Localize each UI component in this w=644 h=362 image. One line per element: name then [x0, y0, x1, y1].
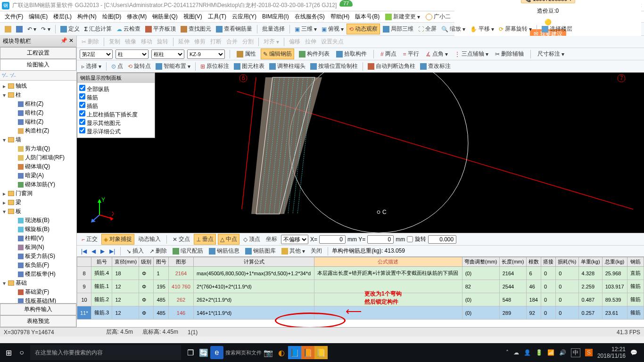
app-icon-browser[interactable]: e — [210, 346, 223, 359]
3d-viewport[interactable]: 钢筋显示控制面板 全部纵筋 箍筋 插筋 上层柱插筋下插长度 显示其他图元 显示详… — [77, 73, 644, 233]
menu-modify[interactable]: 修改(M) — [125, 12, 149, 22]
windows-taskbar[interactable]: ⊞ ○ 在这里输入你要搜索的内容 ❐ 🔄 e 搜索网页和文件 📷 ◐ 📘 📙 📒… — [0, 343, 644, 362]
tray-volume-icon[interactable]: 🔊 — [559, 349, 566, 356]
osnap-button[interactable]: ◈对象捕捉 — [101, 234, 134, 245]
edit-rebar-button[interactable]: ✎ 编辑钢筋 — [261, 49, 294, 59]
tray-date[interactable]: 2018/11/16 — [597, 353, 626, 359]
copy-button[interactable]: 复制 — [107, 37, 122, 47]
screen-rotate-button[interactable]: ⟳屏幕旋转 ▾ — [497, 24, 534, 34]
break-button[interactable]: 打断 — [208, 37, 223, 47]
undo-icon[interactable]: ↶ ▾ — [25, 25, 38, 33]
select-floor-button[interactable]: 选择楼层 — [540, 24, 574, 34]
coord-button[interactable]: 坐标 — [264, 234, 279, 244]
subtype-select[interactable]: 框柱 — [151, 49, 184, 59]
menu-version[interactable]: 版本号(B) — [353, 12, 381, 22]
origin-label-button[interactable]: ⊞原位标注 — [198, 61, 231, 71]
first-icon[interactable]: |◀ — [80, 248, 88, 255]
cb-insert[interactable] — [79, 102, 85, 108]
top-button[interactable]: ◇ 顶点 — [241, 234, 262, 244]
attr-button[interactable]: 属性 — [235, 49, 258, 59]
component-tree[interactable]: ▸轴线 ▾柱 框柱(Z) 暗柱(Z) 端柱(Z) 构造柱(Z) ▾墙 剪力墙(Q… — [0, 81, 76, 303]
menu-bim[interactable]: BIM应用(I) — [260, 12, 291, 22]
app-icon-2[interactable]: 📷 — [262, 346, 275, 359]
menu-rebar[interactable]: 钢筋量(Q) — [150, 12, 179, 22]
top-view-button[interactable]: ▣俯视 ▾ — [320, 24, 346, 34]
app-icon-4[interactable]: 📘 — [288, 346, 301, 359]
tree-collapse-icon[interactable]: ⁻⁄₋ — [9, 72, 16, 79]
last-icon[interactable]: ▶| — [108, 248, 116, 255]
point-button[interactable]: ⊙点 — [109, 61, 125, 71]
split-button[interactable]: 分割 — [240, 37, 256, 47]
tab-draw-input[interactable]: 绘图输入 — [0, 59, 76, 71]
new-change-button[interactable]: 新建变更 ▾ — [383, 12, 422, 22]
extend-button[interactable]: 延伸 — [176, 37, 191, 47]
flat-button[interactable]: 平齐板顶 — [143, 24, 178, 34]
point-angle-button[interactable]: ∡点角 ▾ — [424, 49, 450, 59]
cloud-check-button[interactable]: ☁云检查 — [115, 24, 142, 34]
tray-battery-icon[interactable]: 🔋 — [536, 349, 543, 356]
app-icon-6[interactable]: 📒 — [314, 346, 328, 359]
menu-view[interactable]: 视图(V) — [182, 12, 204, 22]
taskbar-search[interactable]: 在这里输入你要搜索的内容 — [30, 345, 181, 360]
merge-button[interactable]: 合并 — [224, 37, 239, 47]
rotate-checkbox[interactable] — [407, 236, 413, 242]
cb-detail[interactable] — [79, 127, 85, 133]
table-row[interactable]: 11*箍筋.312Φ485146146+1*(11.9*d)(0)2899200… — [77, 306, 644, 320]
mid-button[interactable]: △ 中点 — [218, 234, 239, 245]
parallel-button[interactable]: =平行 — [401, 49, 421, 59]
twopoint-button[interactable]: #两点 — [379, 49, 398, 59]
dim-button[interactable]: 尺寸标注 ▾ — [536, 49, 566, 59]
tab-eng-settings[interactable]: 工程设置 — [0, 47, 76, 59]
rebar-display-panel[interactable]: 钢筋显示控制面板 全部纵筋 箍筋 插筋 上层柱插筋下插长度 显示其他图元 显示详… — [77, 73, 155, 138]
graph-table-button[interactable]: 图元柱表 — [232, 61, 266, 71]
tray-notif-icon[interactable]: 💬 — [630, 349, 637, 356]
menu-online[interactable]: 在线服务(S) — [293, 12, 327, 22]
auto-judge-button[interactable]: 自动判断边角柱 — [366, 61, 417, 71]
scale-button[interactable]: 缩尺配筋 — [171, 246, 205, 256]
id-select[interactable]: KZ-9 — [187, 49, 225, 59]
align-button[interactable]: 对齐 ▾ — [262, 37, 281, 47]
ortho-button[interactable]: ⌐正交 — [80, 234, 99, 244]
rebar-lib-button[interactable]: 钢筋图库 — [243, 246, 278, 256]
delete-button[interactable]: ✂ 删除 — [80, 37, 101, 47]
menu-tools[interactable]: 工具(T) — [206, 12, 228, 22]
select-button[interactable]: ▹ 选择 ▾ — [80, 61, 103, 71]
open-icon[interactable] — [3, 25, 13, 33]
table-row[interactable]: 8插筋.418Φ12164max(4500/6,800,500)+1*max(3… — [77, 267, 644, 280]
app-icon-1[interactable]: 🔄 — [197, 346, 210, 359]
move-button[interactable]: 移动 — [139, 37, 154, 47]
pin-icon[interactable]: 📌 ✕ — [60, 37, 74, 45]
find-button[interactable]: 查找图元 — [179, 24, 213, 34]
check-rebar-button[interactable]: 查看钢筋量 — [214, 24, 254, 34]
close-table-button[interactable]: 关闭 — [309, 246, 324, 256]
fullscreen-button[interactable]: ⛶全屏 — [416, 24, 438, 34]
rebar-info-button[interactable]: 钢筋信息 — [207, 246, 241, 256]
start-button[interactable]: ⊞ — [2, 346, 15, 359]
dyn-input-button[interactable]: 动态输入 — [136, 234, 163, 244]
rotate-button[interactable]: 旋转 — [155, 37, 170, 47]
phone-badge[interactable]: 📞 13907298339 ▾ — [521, 0, 575, 3]
user-button[interactable]: 广小二 — [424, 12, 453, 22]
adjust-head-button[interactable]: 调整柱端头 — [267, 61, 307, 71]
smart-button[interactable]: 智能布置 ▾ — [154, 61, 192, 71]
rebar-table-wrap[interactable]: 筋号直径(mm)级别图号图形计算公式公式描述弯曲调整(mm)长度(mm)根数搭接… — [77, 256, 644, 327]
cross-button[interactable]: ✕ 交点 — [171, 234, 192, 244]
stretch-button[interactable]: 拉伸 — [303, 37, 318, 47]
cb-other[interactable] — [79, 119, 85, 125]
table-row[interactable]: 10箍筋.212Φ485262262+2*(11.9*d)(0)54818400… — [77, 293, 644, 306]
menu-help[interactable]: 帮助(H) — [329, 12, 352, 22]
cb-stirrup[interactable] — [79, 93, 85, 99]
tray-ime[interactable]: 中 — [571, 348, 580, 357]
other-button[interactable]: 其他 ▾ — [280, 246, 307, 256]
cb-all-long[interactable] — [79, 85, 85, 91]
sum-button[interactable]: Σ 汇总计算 — [83, 24, 114, 34]
menu-component[interactable]: 构件(N) — [75, 12, 99, 22]
list-button[interactable]: 构件列表 — [297, 49, 331, 59]
menu-floor[interactable]: 楼层(L) — [51, 12, 74, 22]
mirror-button[interactable]: 镜像 — [123, 37, 138, 47]
rotate-point-button[interactable]: ⟲旋转点 — [126, 61, 153, 71]
floor-select[interactable]: 第2层 — [80, 49, 113, 59]
redo-icon[interactable]: ↷ ▾ — [39, 25, 52, 33]
dynamic-view-button[interactable]: ⟲动态观察 — [347, 24, 380, 34]
aux-button[interactable]: ⋮三点辅轴 ▾ — [453, 49, 490, 59]
